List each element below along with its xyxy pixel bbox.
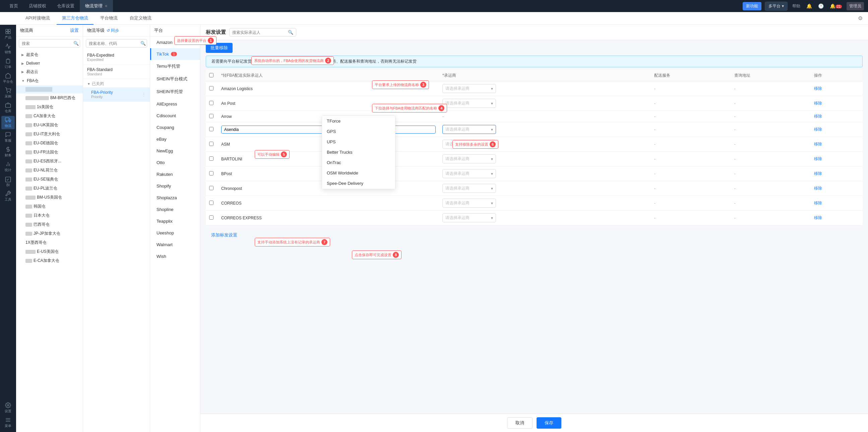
level-item-fba-priority[interactable]: FBA-Priority Priority ⋮ (83, 88, 150, 102)
tree-item-eu-de[interactable]: EU-DE德国仓 (16, 139, 83, 148)
row-checkbox[interactable] (209, 101, 214, 105)
platform-item-newegg[interactable]: NewEgg (150, 145, 200, 157)
level-item-fba-standard[interactable]: FBA-Standard Standard (83, 65, 150, 79)
tree-item-e-ca[interactable]: E-CA加拿大仓 (16, 256, 83, 265)
tree-item-japan[interactable]: 日本大仓 (16, 211, 83, 220)
notification-icon[interactable]: 🔔21 (829, 3, 843, 9)
remove-link[interactable]: 移除 (814, 156, 822, 161)
dropdown-item[interactable]: OSM Worldwide (322, 168, 395, 178)
tree-item-jp-jp[interactable]: JP-JP加拿大仓 (16, 229, 83, 238)
tree-item-brazil[interactable]: 巴西哥仓 (16, 220, 83, 229)
left-panel-search-input[interactable] (22, 41, 72, 46)
close-tab-icon[interactable]: ✕ (104, 4, 107, 8)
tree-item-e-us[interactable]: E-US美国仓 (16, 247, 83, 256)
carrier-select[interactable]: 请选择承运商 ▾ (442, 154, 496, 163)
sidebar-item-menu[interactable]: 菜单 (1, 416, 15, 429)
remove-link[interactable]: 移除 (814, 186, 822, 191)
tree-item-ca[interactable]: CA加拿大仓 (16, 111, 83, 121)
platform-item-cdiscount[interactable]: Cdiscount (150, 110, 200, 122)
dropdown-item[interactable]: UPS (322, 137, 395, 147)
platform-item-rakuten[interactable]: Rakuten (150, 168, 200, 180)
platform-item-shopline[interactable]: Shopline (150, 204, 200, 215)
platform-item-ueeshop[interactable]: Ueeshop (150, 227, 200, 239)
carrier-dropdown[interactable]: TForceGPSUPSBetter TrucksOnTracOSM World… (322, 115, 396, 189)
new-feature-button[interactable]: 新功能 (743, 2, 762, 10)
tree-item-eu-es[interactable]: EU-ES西班牙... (16, 157, 83, 166)
platform-item-walmart[interactable]: Walmart (150, 239, 200, 251)
carrier-select[interactable]: 请选择承运商 ▾ (442, 184, 496, 193)
dropdown-item[interactable]: GPS (322, 126, 395, 137)
sidebar-item-stats[interactable]: 统计 (1, 160, 15, 173)
sidebar-item-product[interactable]: 产品 (1, 28, 15, 41)
carrier-select[interactable]: 请选择承运商 ▾ (442, 140, 496, 149)
row-checkbox[interactable] (209, 215, 214, 220)
search-carrier-input[interactable] (232, 30, 286, 35)
platform-item-teapplix[interactable]: Teapplix (150, 215, 200, 227)
sidebar-item-warehouse[interactable]: 仓库 (1, 101, 15, 114)
dropdown-item[interactable]: TForce (322, 116, 395, 126)
middle-search-input[interactable] (89, 41, 139, 46)
row-checkbox[interactable] (209, 142, 214, 146)
sidebar-item-finance[interactable]: 财务 (1, 145, 15, 159)
tree-item-bm-br[interactable]: BM-BR巴西仓 (16, 93, 83, 102)
remove-link[interactable]: 移除 (814, 142, 822, 146)
sidebar-item-purchase[interactable]: 采购 (1, 87, 15, 100)
platform-item-shein半托管[interactable]: SHEIN半托管 (150, 86, 200, 98)
carrier-select[interactable]: 请选择承运商 ▾ (442, 169, 496, 178)
tab-api-logistics[interactable]: API对接物流 (20, 12, 55, 25)
tab-home[interactable]: 首页 (4, 0, 24, 12)
platform-item-aliexpress[interactable]: AliExpress (150, 98, 200, 110)
platform-button[interactable]: 多平台 ▾ (765, 2, 787, 11)
remove-link[interactable]: 移除 (814, 215, 822, 220)
dropdown-item[interactable]: Spee-Dee Delivery (322, 178, 395, 189)
platform-item-coupang[interactable]: Coupang (150, 122, 200, 133)
sidebar-item-sales[interactable]: 销售 (1, 42, 15, 56)
sidebar-item-bi[interactable]: BI (1, 175, 15, 188)
settings-gear-icon[interactable]: ⚙ (858, 15, 863, 21)
save-button[interactable]: 保存 (536, 417, 561, 429)
tree-item-bm-us[interactable]: BM-US美国仓 (16, 193, 83, 202)
carrier-select[interactable]: 请选择承运商 ▾ (442, 199, 496, 208)
tab-custom-logistics[interactable]: 自定义物流 (124, 12, 157, 25)
tree-item-eu-it[interactable]: EU-IT意大利仓 (16, 130, 83, 139)
help-icon[interactable]: 帮助 (791, 3, 802, 9)
sidebar-item-order[interactable]: 订单 (1, 57, 15, 70)
row-checkbox[interactable] (209, 127, 214, 131)
left-panel-settings-link[interactable]: 设置 (70, 28, 79, 33)
remove-link[interactable]: 移除 (814, 127, 822, 132)
tree-item-eu-pl[interactable]: EU-PL波兰仓 (16, 184, 83, 193)
sidebar-item-settings[interactable]: 设置 (1, 401, 15, 414)
remove-link[interactable]: 移除 (814, 201, 822, 205)
carrier-select[interactable]: 请选择承运商 ▾ (442, 213, 496, 222)
carrier-select[interactable]: 请选择承运商 ▾ (442, 99, 496, 108)
cancel-button[interactable]: 取消 (507, 417, 532, 429)
sidebar-item-logistics[interactable]: 物流 (1, 116, 15, 129)
tree-item-1s-us[interactable]: 1s美国仓 (16, 102, 83, 111)
select-all-checkbox[interactable] (209, 73, 214, 77)
dropdown-item[interactable]: FedEx (322, 189, 395, 189)
tab-third-party-logistics[interactable]: 第三方仓物流 (57, 12, 93, 25)
dropdown-item[interactable]: OnTrac (322, 157, 395, 168)
tree-item-deliverr[interactable]: ▶ Deliverr (16, 59, 83, 67)
add-label-link[interactable]: 添加标发设置 (206, 229, 243, 241)
bell-icon[interactable]: 🔔 (805, 3, 813, 9)
platform-item-otto[interactable]: Otto (150, 157, 200, 168)
sidebar-item-customer[interactable]: 客服 (1, 131, 15, 144)
tab-logistics-management[interactable]: 物流管理 ✕ (80, 0, 113, 12)
carrier-select-focused[interactable]: 请选择承运商 ▾ (442, 125, 496, 134)
platform-item-ebay[interactable]: eBay (150, 133, 200, 145)
tree-item-eu-se[interactable]: EU-SE瑞典仓 (16, 175, 83, 184)
batch-move-button[interactable]: 批量移除 (206, 43, 232, 53)
clock-icon[interactable]: 🕐 (817, 3, 825, 9)
platform-item-shein平台模式[interactable]: SHEIN平台模式 (150, 73, 200, 86)
row-checkbox[interactable] (209, 186, 214, 190)
remove-link[interactable]: 移除 (814, 114, 822, 119)
tree-item-eu-fr[interactable]: EU-FR法国仓 (16, 148, 83, 157)
platform-item-shoplazza[interactable]: Shoplazza (150, 192, 200, 204)
sidebar-item-platform-warehouse[interactable]: 平台仓 (1, 72, 15, 85)
level-item-fba-expedited[interactable]: FBA-Expedited Expedited (83, 50, 150, 65)
platform-item-shopify[interactable]: Shopify (150, 180, 200, 192)
sync-button[interactable]: ↺ 同步 (106, 28, 119, 33)
tree-item-korea[interactable]: 韩国仓 (16, 202, 83, 211)
row-checkbox[interactable] (209, 171, 214, 175)
